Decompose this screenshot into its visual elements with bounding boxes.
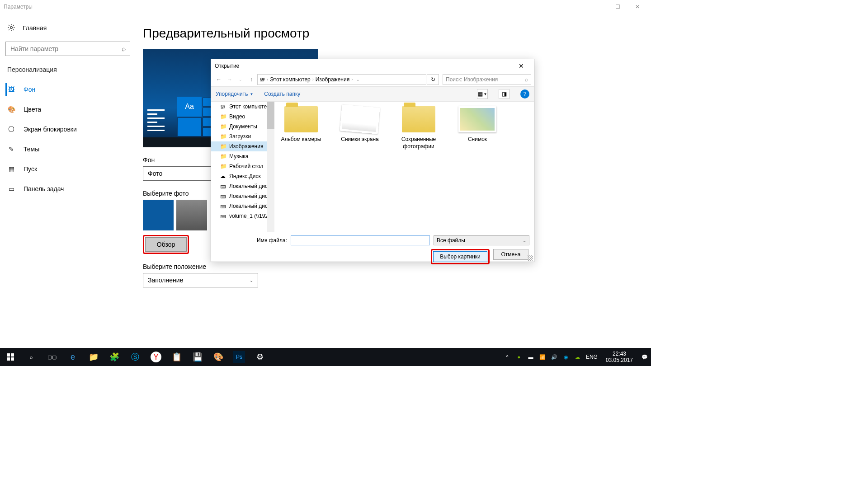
scrollbar-thumb[interactable] [267, 102, 274, 129]
resize-grip[interactable] [528, 255, 533, 261]
photo-thumb[interactable] [143, 200, 174, 230]
nav-background[interactable]: 🖼 Фон [5, 80, 136, 99]
tray-icon[interactable]: ☁ [574, 353, 581, 361]
dialog-toolbar: Упорядочить ▼ Создать папку ▦▼ ◨ ? [211, 86, 534, 102]
forward-button[interactable]: → [225, 75, 235, 84]
file-item[interactable]: Сохраненные фотографии [394, 106, 443, 150]
position-dropdown[interactable]: Заполнение ⌄ [143, 273, 258, 287]
tree-item: 🖴volume_1 (\\192 [211, 211, 274, 221]
svg-rect-4 [11, 357, 14, 361]
chevron-down-icon[interactable]: ⌄ [356, 77, 360, 82]
up-button[interactable]: ↑ [246, 75, 256, 84]
nav-label: Темы [24, 145, 39, 153]
back-button[interactable]: ← [214, 75, 224, 84]
search-button[interactable]: ⌕ [21, 348, 42, 366]
breadcrumb-item[interactable]: Этот компьютер [270, 76, 311, 83]
file-open-dialog: Открытие ✕ ← → ⌄ ↑ 🖳 › Этот компьютер › … [211, 59, 534, 262]
nav-label: Цвета [24, 106, 41, 113]
clock[interactable]: 22:43 03.05.2017 [602, 351, 637, 364]
preview-sample-text: Aa [177, 97, 202, 117]
minimize-button[interactable]: ─ [588, 0, 608, 13]
filename-input[interactable] [291, 235, 430, 245]
dialog-titlebar: Открытие ✕ [211, 59, 534, 73]
taskbar-app-edge[interactable]: e [62, 348, 83, 366]
browse-button[interactable]: Обзор [145, 237, 187, 252]
nav-taskbar[interactable]: ▭ Панель задач [5, 179, 136, 199]
start-button[interactable] [0, 348, 21, 366]
taskbar-app-paint[interactable]: 🎨 [208, 348, 229, 366]
time: 22:43 [606, 351, 633, 357]
notifications-icon[interactable]: 💬 [641, 353, 648, 361]
taskbar-app-skype[interactable]: Ⓢ [125, 348, 146, 366]
gear-icon [7, 23, 15, 33]
file-list: Альбом камеры Снимки экрана Сохраненные … [274, 102, 534, 232]
lockscreen-icon: 🖵 [7, 126, 15, 133]
section-label: Персонализация [5, 63, 136, 80]
home-link[interactable]: Главная [5, 18, 136, 38]
start-icon: ▦ [7, 165, 15, 173]
taskbar: ⌕ ▢▢ e 📁 🧩 Ⓢ Y 📋 💾 🎨 Ps ⚙ ^ ● ▬ 📶 🔊 ◉ ☁ … [0, 348, 651, 366]
tray-icon[interactable]: ◉ [562, 353, 570, 361]
nav-lockscreen[interactable]: 🖵 Экран блокировки [5, 119, 136, 139]
tree-item: 🖴Локальный диск [211, 181, 274, 191]
dialog-title: Открытие [215, 63, 239, 69]
search-input[interactable] [9, 45, 122, 53]
search-box[interactable]: ⌕ [5, 42, 130, 56]
taskbar-icon: ▭ [7, 185, 15, 192]
file-item[interactable]: Альбом камеры [276, 106, 326, 142]
tree-item: 📁Документы [211, 122, 274, 131]
tray-chevron-icon[interactable]: ^ [504, 353, 511, 361]
dialog-search[interactable]: Поиск: Изображения ⌕ [443, 74, 531, 85]
organize-menu[interactable]: Упорядочить ▼ [216, 91, 253, 97]
address-bar[interactable]: 🖳 › Этот компьютер › Изображения › ⌄ [257, 74, 426, 85]
folder-icon [402, 106, 435, 132]
tray-icon[interactable]: ● [515, 353, 523, 361]
preview-pane-button[interactable]: ◨ [499, 89, 509, 99]
svg-rect-3 [7, 357, 10, 361]
close-button[interactable]: ✕ [627, 0, 647, 13]
file-item[interactable]: Снимок [453, 106, 502, 142]
refresh-button[interactable]: ↻ [427, 74, 439, 85]
photo-thumb[interactable] [176, 200, 207, 230]
recent-button[interactable]: ⌄ [236, 75, 245, 84]
window-title: Параметры [4, 4, 33, 10]
dialog-close-button[interactable]: ✕ [512, 62, 530, 70]
page-heading: Предварительный просмотр [143, 26, 651, 41]
tree-item: 📁Загрузки [211, 131, 274, 141]
volume-icon[interactable]: 🔊 [551, 353, 558, 361]
help-button[interactable]: ? [520, 89, 529, 99]
file-item[interactable]: Снимки экрана [335, 106, 385, 142]
cancel-button[interactable]: Отмена [493, 249, 528, 260]
tree-item: 🖳Этот компьютер [211, 102, 274, 112]
open-button[interactable]: Выбор картинки [433, 251, 487, 262]
tree-item: 📁Музыка [211, 151, 274, 161]
taskbar-app[interactable]: 📋 [166, 348, 187, 366]
maximize-button[interactable]: ☐ [608, 0, 627, 13]
taskbar-app-yandex[interactable]: Y [151, 352, 161, 362]
folder-tree[interactable]: 🖳Этот компьютер 📁Видео 📁Документы 📁Загру… [211, 102, 274, 232]
filetype-dropdown[interactable]: Все файлы ⌄ [434, 235, 529, 245]
tree-item: 🖴Локальный диск [211, 191, 274, 201]
view-mode-button[interactable]: ▦▼ [477, 89, 488, 99]
nav-start[interactable]: ▦ Пуск [5, 159, 136, 179]
taskbar-app-explorer[interactable]: 📁 [83, 348, 104, 366]
breadcrumb-item[interactable]: Изображения [316, 76, 349, 83]
task-view-button[interactable]: ▢▢ [42, 348, 62, 366]
dialog-nav: ← → ⌄ ↑ 🖳 › Этот компьютер › Изображения… [211, 73, 534, 86]
highlight-open: Выбор картинки [431, 249, 490, 264]
language-indicator[interactable]: ENG [586, 354, 598, 360]
home-label: Главная [23, 24, 47, 32]
new-folder-button[interactable]: Создать папку [264, 91, 300, 97]
wifi-icon[interactable]: 📶 [539, 353, 546, 361]
svg-rect-2 [11, 353, 14, 357]
taskbar-app[interactable]: 💾 [187, 348, 208, 366]
nav-colors[interactable]: 🎨 Цвета [5, 99, 136, 119]
palette-icon: 🎨 [7, 106, 15, 113]
taskbar-app-settings[interactable]: ⚙ [250, 348, 270, 366]
chevron-down-icon: ⌄ [523, 238, 526, 243]
tray-icon[interactable]: ▬ [527, 353, 534, 361]
taskbar-app[interactable]: 🧩 [104, 348, 125, 366]
search-icon: ⌕ [525, 76, 528, 83]
nav-themes[interactable]: ✎ Темы [5, 139, 136, 159]
taskbar-app-photoshop[interactable]: Ps [233, 351, 245, 363]
